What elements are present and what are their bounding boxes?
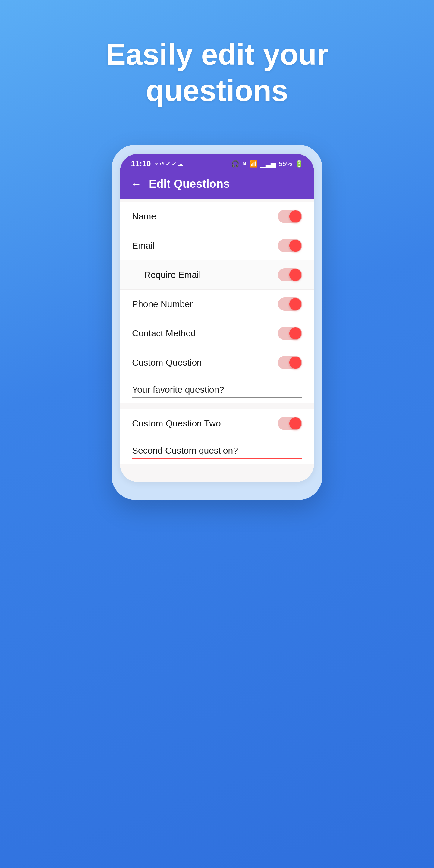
- toggle-row-custom-question-two: Custom Question Two: [120, 409, 314, 438]
- app-bar: ← Edit Questions: [120, 172, 314, 199]
- toggle-custom-question[interactable]: [278, 356, 302, 369]
- status-right: 🎧 N 📶 ▁▃▅ 55% 🔋: [231, 160, 303, 168]
- toggle-contact-method[interactable]: [278, 327, 302, 340]
- status-time: 11:10: [131, 159, 151, 168]
- headphones-icon: 🎧: [231, 160, 239, 168]
- custom-question-2-row: [120, 438, 314, 464]
- nfc-icon: N: [242, 161, 246, 167]
- phone-wrapper: 11:10 ∞ ↺ ✔ ✔ ☁ 🎧 N 📶 ▁▃▅ 55% 🔋 ← Edit Q…: [112, 145, 322, 500]
- toggle-label-contact-method: Contact Method: [132, 328, 196, 338]
- toggle-custom-question-two[interactable]: [278, 417, 302, 430]
- toggle-phone-number[interactable]: [278, 298, 302, 311]
- content-area: Name Email Require Email Phone Number Co…: [120, 199, 314, 482]
- page-title: Easily edit your questions: [82, 36, 352, 108]
- toggle-label-name: Name: [132, 211, 156, 221]
- toggle-label-phone-number: Phone Number: [132, 299, 193, 309]
- wifi-icon: 📶: [249, 160, 257, 168]
- toggle-label-custom-question: Custom Question: [132, 358, 202, 368]
- custom-question-1-input[interactable]: [132, 384, 302, 398]
- battery-icon: 🔋: [295, 160, 303, 168]
- battery-level: 55%: [279, 160, 292, 168]
- app-bar-title: Edit Questions: [149, 178, 230, 190]
- toggle-row-email: Email: [120, 231, 314, 260]
- toggle-row-name: Name: [120, 202, 314, 231]
- toggle-label-require-email: Require Email: [144, 270, 201, 280]
- status-icons-left: ∞ ↺ ✔ ✔ ☁: [155, 161, 184, 167]
- toggle-row-require-email: Require Email: [120, 260, 314, 290]
- toggle-email[interactable]: [278, 239, 302, 252]
- signal-icon: ▁▃▅: [260, 160, 276, 168]
- toggle-label-email: Email: [132, 241, 155, 251]
- toggle-label-custom-question-two: Custom Question Two: [132, 418, 221, 429]
- toggle-row-contact-method: Contact Method: [120, 319, 314, 348]
- toggle-row-custom-question: Custom Question: [120, 348, 314, 377]
- custom-question-1-row: [120, 377, 314, 403]
- toggle-row-phone-number: Phone Number: [120, 290, 314, 319]
- toggle-name[interactable]: [278, 210, 302, 223]
- custom-question-2-input[interactable]: [132, 445, 302, 459]
- phone-inner: 11:10 ∞ ↺ ✔ ✔ ☁ 🎧 N 📶 ▁▃▅ 55% 🔋 ← Edit Q…: [120, 154, 314, 482]
- toggle-require-email[interactable]: [278, 268, 302, 281]
- back-button[interactable]: ←: [131, 178, 142, 190]
- status-bar: 11:10 ∞ ↺ ✔ ✔ ☁ 🎧 N 📶 ▁▃▅ 55% 🔋: [120, 154, 314, 172]
